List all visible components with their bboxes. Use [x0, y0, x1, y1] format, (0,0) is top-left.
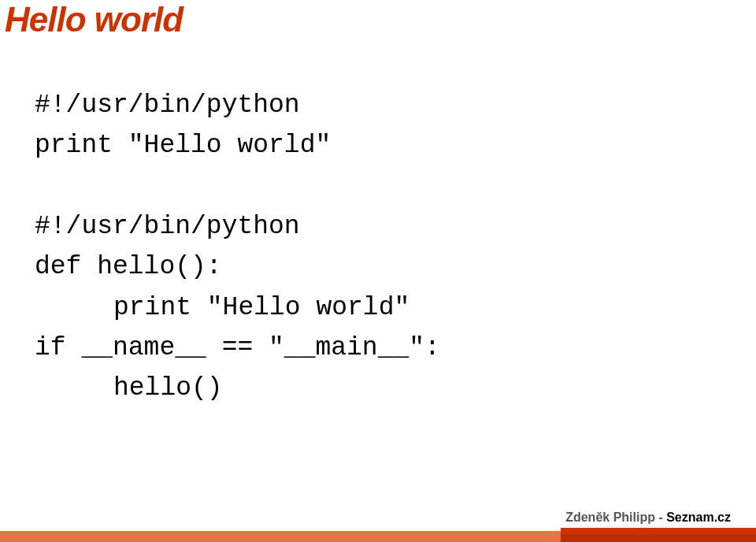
code-line: print "Hello world": [113, 288, 756, 328]
code-line: def hello():: [35, 247, 756, 287]
slide-title: Hello world: [0, 0, 756, 39]
deco-bar-accent-2: [561, 534, 756, 542]
code-line: #!/usr/bin/python: [35, 85, 756, 125]
code-block-1: #!/usr/bin/python print "Hello world": [35, 85, 756, 165]
code-block-2: #!/usr/bin/python def hello(): print "He…: [35, 206, 756, 408]
code-line: #!/usr/bin/python: [35, 206, 756, 247]
code-line: if __name__ == "__main__":: [35, 328, 756, 368]
slide-content: #!/usr/bin/python print "Hello world" #!…: [0, 39, 756, 408]
deco-bar-accent: [561, 528, 756, 534]
code-line: print "Hello world": [35, 125, 756, 165]
footer-site: Seznam.cz: [666, 510, 731, 524]
code-line: hello(): [113, 368, 756, 408]
footer-credit: Zdeněk Philipp - Seznam.cz: [565, 510, 731, 525]
footer-author: Zdeněk Philipp -: [565, 510, 666, 524]
slide-decoration: [0, 528, 756, 542]
